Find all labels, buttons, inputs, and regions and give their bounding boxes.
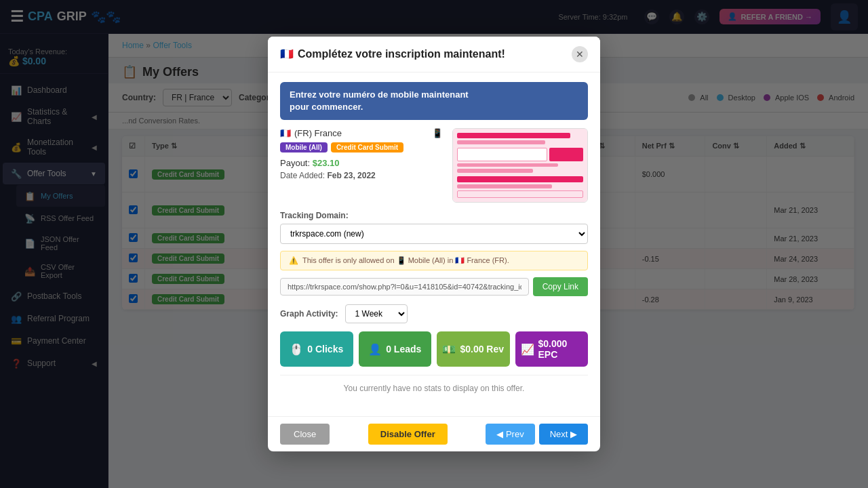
clicks-badge: 🖱️ 0 Clicks (280, 331, 353, 367)
modal-title-text: Complétez votre inscription maintenant! (298, 48, 505, 60)
prev-button[interactable]: ◀ Prev (486, 424, 534, 445)
modal-footer: Close Disable Offer ◀ Prev Next ▶ (268, 416, 600, 451)
tracking-domain-select[interactable]: trkrspace.com (new) (280, 224, 588, 244)
modal-title: 🇫🇷 Complétez votre inscription maintenan… (280, 47, 505, 60)
date-value: Feb 23, 2022 (327, 171, 375, 180)
tracking-url-input[interactable] (280, 278, 529, 296)
tracking-domain-row: trkrspace.com (new) (280, 224, 588, 244)
leads-value: 0 Leads (386, 344, 421, 354)
warning-icon: ⚠️ (289, 256, 298, 265)
disable-offer-button[interactable]: Disable Offer (368, 424, 448, 445)
stats-row: 🖱️ 0 Clicks 👤 0 Leads 💵 $0.00 Rev 📈 $0.0… (280, 331, 588, 367)
offer-country: 🇫🇷 (FR) France 📱 (280, 128, 443, 138)
type-badge-ccs: Credit Card Submit (331, 142, 403, 152)
modal-body: Entrez votre numéro de mobile maintenant… (268, 73, 600, 416)
copy-link-button[interactable]: Copy Link (533, 277, 588, 296)
leads-badge: 👤 0 Leads (359, 331, 432, 367)
type-badge-mobile: Mobile (All) (280, 142, 328, 152)
clicks-icon: 🖱️ (290, 343, 303, 356)
close-button[interactable]: Close (280, 424, 330, 445)
footer-nav: ◀ Prev Next ▶ (486, 424, 588, 445)
epc-icon: 📈 (521, 343, 534, 356)
epc-value: $0.000 EPC (538, 338, 583, 360)
country-flag-icon: 🇫🇷 (280, 128, 291, 138)
modal-close-button[interactable]: ✕ (572, 46, 588, 62)
offer-details: 🇫🇷 (FR) France 📱 Mobile (All) Credit Car… (280, 128, 443, 203)
next-button[interactable]: Next ▶ (539, 424, 588, 445)
mobile-icon: 📱 (432, 128, 443, 138)
modal-overlay: 🇫🇷 Complétez votre inscription maintenan… (0, 0, 868, 488)
headline-line2: pour commencer. (290, 102, 363, 112)
rev-badge: 💵 $0.00 Rev (437, 331, 510, 367)
clicks-value: 0 Clicks (307, 344, 343, 354)
offer-type-badges: Mobile (All) Credit Card Submit (280, 142, 443, 152)
tracking-domain-section: Tracking Domain: trkrspace.com (new) (280, 211, 588, 244)
graph-period-select[interactable]: 1 Week 2 Weeks 1 Month 3 Months (345, 304, 408, 323)
rev-value: $0.00 Rev (460, 344, 504, 354)
offer-date: Date Added: Feb 23, 2022 (280, 171, 443, 180)
payout-value: $23.10 (313, 158, 340, 168)
leads-icon: 👤 (368, 343, 382, 356)
country-label: (FR) France (294, 128, 342, 138)
no-stats-message: You currently have no stats to display o… (280, 375, 588, 401)
headline-line1: Entrez votre numéro de mobile maintenant (290, 89, 469, 100)
warning-box: ⚠️ This offer is only allowed on 📱 Mobil… (280, 251, 588, 270)
offer-preview-row: 🇫🇷 (FR) France 📱 Mobile (All) Credit Car… (280, 128, 588, 203)
graph-activity-label: Graph Activity: (280, 309, 338, 319)
tracking-domain-label: Tracking Domain: (280, 211, 588, 220)
modal-header: 🇫🇷 Complétez votre inscription maintenan… (268, 37, 600, 73)
offer-headline: Entrez votre numéro de mobile maintenant… (280, 82, 588, 120)
offer-payout: Payout: $23.10 (280, 158, 443, 168)
warning-text: This offer is only allowed on 📱 Mobile (… (302, 256, 509, 265)
epc-badge: 📈 $0.000 EPC (515, 331, 589, 367)
modal-flag-icon: 🇫🇷 (280, 47, 294, 60)
tracking-link-row: Copy Link (280, 277, 588, 296)
offer-detail-modal: 🇫🇷 Complétez votre inscription maintenan… (268, 37, 600, 451)
offer-image-preview (452, 128, 588, 203)
rev-icon: 💵 (442, 343, 456, 356)
graph-activity-row: Graph Activity: 1 Week 2 Weeks 1 Month 3… (280, 304, 588, 323)
